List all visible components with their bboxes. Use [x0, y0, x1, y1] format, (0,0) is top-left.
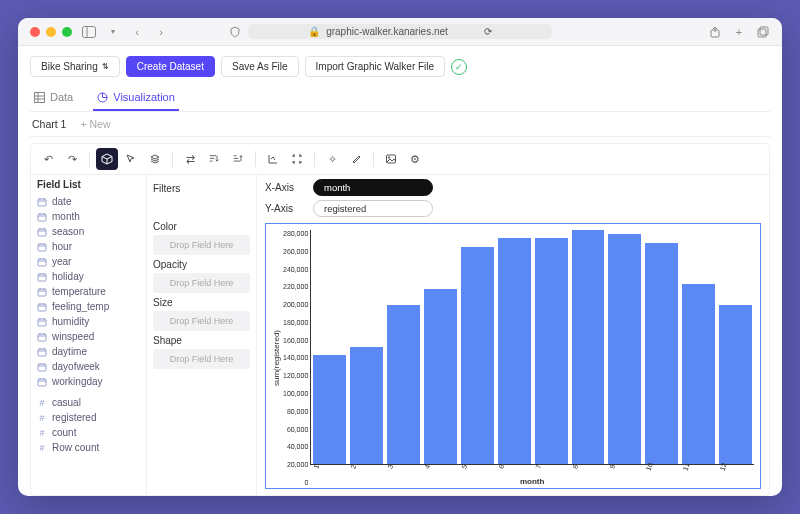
chart-x-ticks: 123456789101112 [310, 465, 754, 476]
axis-config-icon[interactable] [262, 148, 284, 170]
forward-icon[interactable]: › [154, 25, 168, 39]
field-registered[interactable]: #registered [37, 410, 140, 425]
bar-9[interactable] [608, 234, 641, 464]
color-dropzone[interactable]: Drop Field Here [153, 235, 250, 255]
bar-10[interactable] [645, 243, 678, 464]
y-axis-shelf: Y-Axis registered [265, 200, 761, 217]
export-image-icon[interactable] [380, 148, 402, 170]
redo-button[interactable]: ↷ [61, 148, 83, 170]
tab-chart-1[interactable]: Chart 1 [32, 118, 66, 130]
field-humidity[interactable]: humidity [37, 314, 140, 329]
reload-icon[interactable]: ⟳ [484, 26, 492, 37]
table-icon [34, 92, 45, 103]
size-dropzone[interactable]: Drop Field Here [153, 311, 250, 331]
field-winspeed[interactable]: winspeed [37, 329, 140, 344]
calendar-icon [37, 347, 47, 357]
svg-rect-4 [760, 27, 768, 35]
field-date[interactable]: date [37, 194, 140, 209]
x-axis-pill[interactable]: month [313, 179, 433, 196]
dataset-selector[interactable]: Bike Sharing ⇅ [30, 56, 120, 77]
minimize-window-icon[interactable] [46, 27, 56, 37]
bar-2[interactable] [350, 347, 383, 464]
chart-y-axis: 280,000260,000240,000220,000200,000180,0… [283, 230, 310, 486]
back-icon[interactable]: ‹ [130, 25, 144, 39]
field-year[interactable]: year [37, 254, 140, 269]
field-workingday[interactable]: workingday [37, 374, 140, 389]
new-tab-icon[interactable]: + [732, 25, 746, 39]
brush-icon[interactable] [345, 148, 367, 170]
hash-icon: # [37, 398, 47, 408]
field-season[interactable]: season [37, 224, 140, 239]
calendar-icon [37, 332, 47, 342]
field-hour[interactable]: hour [37, 239, 140, 254]
field-holiday[interactable]: holiday [37, 269, 140, 284]
bar-12[interactable] [719, 305, 752, 464]
chart-tabs: Chart 1 + New [30, 112, 770, 137]
hash-icon: # [37, 428, 47, 438]
svg-rect-24 [38, 244, 46, 251]
undo-button[interactable]: ↶ [37, 148, 59, 170]
sort-asc-icon[interactable] [203, 148, 225, 170]
y-axis-pill[interactable]: registered [313, 200, 433, 217]
bar-1[interactable] [313, 355, 346, 464]
marktype-cube-icon[interactable] [96, 148, 118, 170]
shelf-color-label: Color [153, 221, 250, 232]
canvas-area: X-Axis month Y-Axis registered sum(regis… [257, 175, 769, 495]
import-button[interactable]: Import Graphic Walker File [305, 56, 446, 77]
main-tabs: Data Visualization [30, 85, 770, 112]
maximize-window-icon[interactable] [62, 27, 72, 37]
tab-visualization[interactable]: Visualization [93, 85, 179, 111]
field-casual[interactable]: #casual [37, 395, 140, 410]
swap-icon[interactable]: ⇄ [179, 148, 201, 170]
opacity-dropzone[interactable]: Drop Field Here [153, 273, 250, 293]
tab-data[interactable]: Data [30, 85, 77, 111]
chart-plot: 123456789101112 month [310, 230, 754, 486]
field-Row count[interactable]: #Row count [37, 440, 140, 455]
svg-rect-44 [38, 319, 46, 326]
field-dayofweek[interactable]: dayofweek [37, 359, 140, 374]
calendar-icon [37, 317, 47, 327]
bar-11[interactable] [682, 284, 715, 464]
viz-toolbar: ↶ ↷ ⇄ ✧ ⚙ [31, 144, 769, 175]
field-temperature[interactable]: temperature [37, 284, 140, 299]
magic-icon[interactable]: ✧ [321, 148, 343, 170]
svg-rect-60 [38, 379, 46, 386]
calendar-icon [37, 362, 47, 372]
close-window-icon[interactable] [30, 27, 40, 37]
chevron-down-icon[interactable]: ▾ [106, 25, 120, 39]
settings-gear-icon[interactable]: ⚙ [404, 148, 426, 170]
save-as-file-button[interactable]: Save As File [221, 56, 299, 77]
stack-icon[interactable] [144, 148, 166, 170]
tab-data-label: Data [50, 91, 73, 103]
calendar-icon [37, 212, 47, 222]
address-bar[interactable]: 🔒 graphic-walker.kanaries.net ⟳ [248, 24, 552, 39]
create-dataset-button[interactable]: Create Dataset [126, 56, 215, 77]
sort-desc-icon[interactable] [227, 148, 249, 170]
svg-rect-36 [38, 289, 46, 296]
encoding-shelves: Filters Color Drop Field Here Opacity Dr… [147, 175, 257, 495]
svg-point-11 [388, 157, 390, 159]
bar-8[interactable] [572, 230, 605, 464]
sidebar-icon[interactable] [82, 25, 96, 39]
field-feeling_temp[interactable]: feeling_temp [37, 299, 140, 314]
bar-6[interactable] [498, 238, 531, 464]
bar-7[interactable] [535, 238, 568, 464]
bar-5[interactable] [461, 247, 494, 464]
tabs-icon[interactable] [756, 25, 770, 39]
shield-icon[interactable] [228, 25, 242, 39]
shape-dropzone[interactable]: Drop Field Here [153, 349, 250, 369]
share-icon[interactable] [708, 25, 722, 39]
bar-4[interactable] [424, 289, 457, 465]
cursor-icon[interactable] [120, 148, 142, 170]
tab-new-chart[interactable]: + New [80, 118, 110, 130]
bar-3[interactable] [387, 305, 420, 464]
field-count[interactable]: #count [37, 425, 140, 440]
field-daytime[interactable]: daytime [37, 344, 140, 359]
updown-icon: ⇅ [102, 64, 109, 70]
svg-rect-56 [38, 364, 46, 371]
resize-icon[interactable] [286, 148, 308, 170]
lock-icon: 🔒 [308, 26, 320, 37]
main-area: Field List datemonthseasonhouryearholida… [31, 175, 769, 495]
chart-container: sum(registered) 280,000260,000240,000220… [265, 223, 761, 489]
field-month[interactable]: month [37, 209, 140, 224]
